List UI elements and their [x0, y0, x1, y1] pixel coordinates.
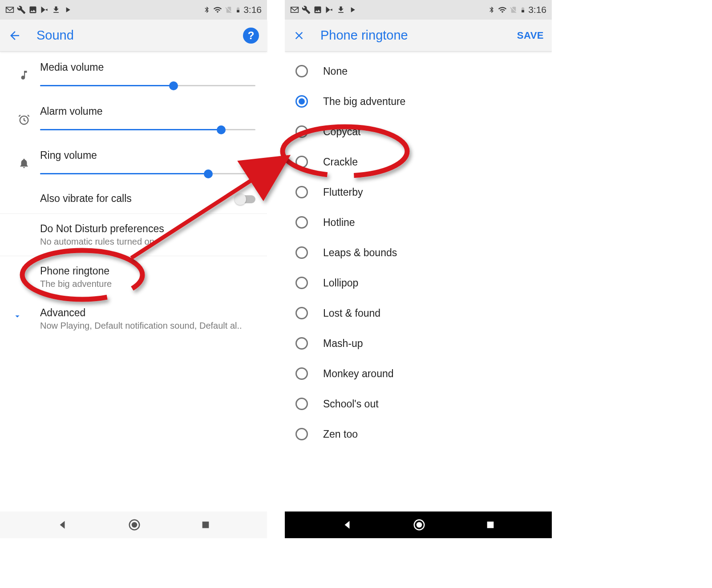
ringtone-item-zen-too[interactable]: Zen too: [285, 419, 552, 449]
ringtone-label: None: [323, 65, 348, 77]
app-bar: Sound ?: [0, 20, 267, 52]
ring-volume-slider[interactable]: [40, 169, 255, 179]
radio-button[interactable]: [295, 337, 308, 350]
nav-back-button[interactable]: [341, 519, 353, 531]
play-icon: [348, 5, 357, 14]
media-volume-slider[interactable]: [40, 81, 255, 91]
ringtone-item-schools-out[interactable]: School's out: [285, 389, 552, 419]
radio-button[interactable]: [295, 216, 308, 229]
ringtone-item-flutterby[interactable]: Flutterby: [285, 177, 552, 207]
save-button[interactable]: SAVE: [517, 30, 544, 41]
download-icon: [52, 5, 61, 14]
ringtone-item-hotline[interactable]: Hotline: [285, 207, 552, 238]
image-icon: [313, 5, 322, 14]
status-time: 3:16: [243, 4, 262, 15]
page-title: Sound: [36, 28, 243, 43]
radio-button[interactable]: [295, 95, 308, 108]
nav-home-button[interactable]: [128, 518, 141, 532]
ringtone-label: Lollipop: [323, 277, 358, 289]
dnd-subtitle: No automatic rules turned on: [40, 237, 255, 247]
nav-bar: [0, 511, 267, 538]
bluetooth-icon: [203, 5, 210, 14]
music-note-icon: [18, 69, 30, 83]
ring-volume-label: Ring volume: [40, 149, 255, 161]
status-time: 3:16: [528, 4, 546, 15]
ringtone-item-the-big-adventure[interactable]: The big adventure: [285, 86, 552, 117]
no-sim-icon: [510, 5, 518, 14]
battery-icon: [235, 5, 241, 14]
alarm-volume-label: Alarm volume: [40, 105, 255, 117]
ringtone-item-copycat[interactable]: Copycat: [285, 117, 552, 147]
advanced-subtitle: Now Playing, Default notification sound,…: [40, 321, 255, 331]
nav-recent-button[interactable]: [485, 520, 495, 530]
chevron-down-icon: [12, 311, 22, 323]
radio-button[interactable]: [295, 367, 308, 380]
ringtone-item-crackle[interactable]: Crackle: [285, 147, 552, 177]
nav-bar: [285, 511, 552, 538]
back-arrow-icon[interactable]: [8, 29, 21, 42]
ringtone-item-lost-found[interactable]: Lost & found: [285, 298, 552, 328]
download-icon: [336, 5, 345, 14]
ringtone-label: Monkey around: [323, 368, 394, 380]
battery-icon: [520, 5, 526, 14]
ringtone-item-mash-up[interactable]: Mash-up: [285, 328, 552, 358]
ringtone-item-none[interactable]: None: [285, 56, 552, 86]
dnd-title: Do Not Disturb preferences: [40, 223, 255, 235]
svg-point-9: [417, 522, 422, 528]
close-icon[interactable]: [293, 29, 305, 42]
ringtone-item-leaps-bounds[interactable]: Leaps & bounds: [285, 238, 552, 268]
phone-ringtone-row[interactable]: Phone ringtone The big adventure: [0, 256, 267, 298]
ringtone-item-lollipop[interactable]: Lollipop: [285, 268, 552, 298]
radio-button[interactable]: [295, 277, 308, 289]
alarm-clock-icon: [18, 113, 30, 128]
vibrate-for-calls-row[interactable]: Also vibrate for calls: [0, 184, 267, 213]
alarm-volume-row: Alarm volume: [0, 96, 267, 140]
play-icon: [63, 5, 72, 14]
radio-button[interactable]: [295, 186, 308, 198]
bell-icon: [18, 157, 30, 171]
svg-rect-1: [237, 10, 239, 12]
radio-button[interactable]: [295, 307, 308, 319]
bluetooth-icon: [488, 5, 495, 14]
ringtone-label: The big adventure: [323, 96, 405, 108]
radio-button[interactable]: [295, 428, 308, 440]
ringtone-subtitle: The big adventure: [40, 279, 255, 289]
right-phone-screen: 3:16 Phone ringtone SAVE None The big ad…: [285, 0, 552, 538]
ringtone-label: Leaps & bounds: [323, 247, 397, 259]
vibrate-switch[interactable]: [236, 195, 255, 203]
help-icon[interactable]: ?: [243, 28, 259, 44]
ringtone-label: Flutterby: [323, 186, 363, 198]
radio-button[interactable]: [295, 398, 308, 410]
status-bar: 3:16: [285, 0, 552, 20]
advanced-title: Advanced: [40, 307, 255, 319]
radio-button[interactable]: [295, 125, 308, 138]
ringtone-label: Copycat: [323, 126, 360, 138]
ringtone-label: Crackle: [323, 156, 358, 168]
nav-home-button[interactable]: [413, 518, 426, 532]
ring-volume-row: Ring volume: [0, 140, 267, 184]
gmail-icon: [290, 5, 299, 14]
play-store-icon: [40, 5, 49, 14]
dnd-preferences-row[interactable]: Do Not Disturb preferences No automatic …: [0, 213, 267, 256]
radio-button[interactable]: [295, 65, 308, 77]
vibrate-label: Also vibrate for calls: [40, 193, 255, 205]
wifi-icon: [498, 5, 507, 14]
ringtone-item-monkey-around[interactable]: Monkey around: [285, 358, 552, 389]
ringtone-label: Zen too: [323, 428, 358, 440]
wrench-icon: [17, 5, 26, 14]
ringtone-list: None The big adventure Copycat Crackle F…: [285, 52, 552, 454]
advanced-row[interactable]: Advanced Now Playing, Default notificati…: [0, 298, 267, 340]
svg-point-4: [132, 522, 138, 528]
nav-recent-button[interactable]: [201, 520, 210, 530]
ringtone-label: Lost & found: [323, 307, 380, 319]
wrench-icon: [302, 5, 311, 14]
status-bar: 3:16: [0, 0, 267, 20]
alarm-volume-slider[interactable]: [40, 125, 255, 135]
page-title: Phone ringtone: [320, 28, 517, 43]
nav-back-button[interactable]: [57, 519, 68, 531]
ringtone-title: Phone ringtone: [40, 265, 255, 277]
media-volume-label: Media volume: [40, 61, 255, 73]
radio-button[interactable]: [295, 156, 308, 168]
radio-button[interactable]: [295, 246, 308, 259]
no-sim-icon: [225, 5, 233, 14]
